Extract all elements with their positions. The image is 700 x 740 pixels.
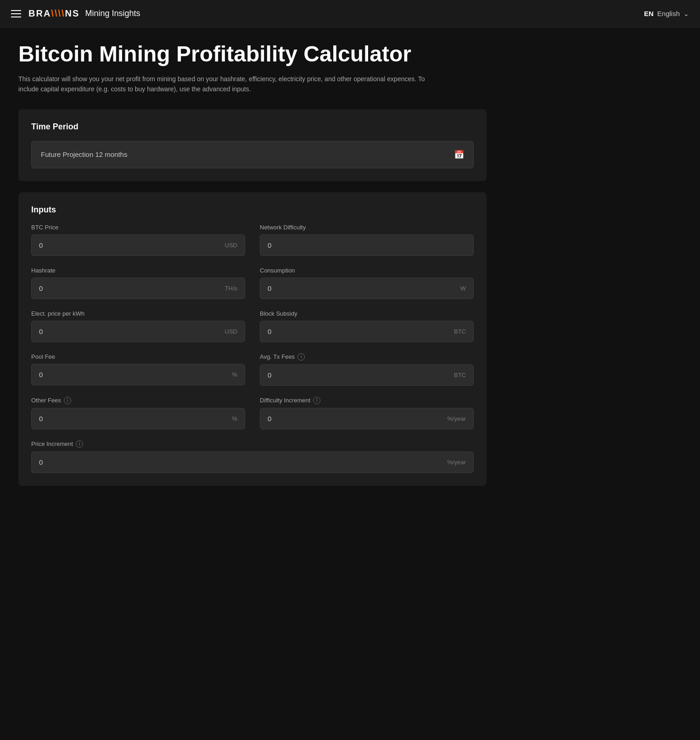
- btc-price-unit: USD: [225, 242, 237, 249]
- input-wrapper-block-subsidy: BTC: [260, 321, 474, 342]
- input-wrapper-elect-price: USD: [31, 321, 245, 342]
- label-elect-price: Elect. price per kWh: [31, 310, 245, 317]
- input-group-avg-tx-fees: Avg. Tx Fees i BTC: [260, 353, 474, 386]
- input-group-other-fees: Other Fees i %: [31, 397, 245, 429]
- input-group-network-difficulty: Network Difficulty: [260, 224, 474, 256]
- avg-tx-fees-unit: BTC: [454, 372, 466, 378]
- language-code: EN: [644, 10, 654, 17]
- input-group-elect-price: Elect. price per kWh USD: [31, 310, 245, 342]
- avg-tx-fees-info-icon[interactable]: i: [297, 353, 305, 361]
- inputs-title: Inputs: [31, 205, 474, 215]
- hamburger-menu-button[interactable]: [11, 10, 21, 17]
- input-wrapper-hashrate: TH/s: [31, 278, 245, 299]
- btc-price-input[interactable]: [39, 241, 221, 249]
- page-description: This calculator will show you your net p…: [18, 74, 431, 95]
- input-group-hashrate: Hashrate TH/s: [31, 267, 245, 299]
- input-wrapper-pool-fee: %: [31, 364, 245, 385]
- input-wrapper-price-increment: %/year: [31, 451, 474, 473]
- network-difficulty-input[interactable]: [268, 241, 462, 249]
- label-btc-price: BTC Price: [31, 224, 245, 231]
- label-difficulty-increment: Difficulty Increment i: [260, 397, 474, 404]
- input-wrapper-consumption: W: [260, 278, 474, 299]
- difficulty-increment-input[interactable]: [268, 415, 444, 423]
- input-wrapper-difficulty-increment: %/year: [260, 408, 474, 429]
- inputs-grid: BTC Price USD Network Difficulty: [31, 224, 474, 473]
- block-subsidy-input[interactable]: [268, 328, 450, 335]
- label-pool-fee: Pool Fee: [31, 353, 245, 360]
- logo: BRA\\\\NS Mining Insights: [28, 8, 140, 19]
- label-price-increment: Price Increment i: [31, 440, 474, 448]
- logo-brand: BRA\\\\NS: [28, 8, 79, 19]
- hashrate-unit: TH/s: [225, 285, 237, 292]
- elect-price-input[interactable]: [39, 328, 221, 335]
- avg-tx-fees-input[interactable]: [268, 371, 450, 379]
- price-increment-unit: %/year: [448, 459, 466, 466]
- calendar-icon: 📅: [454, 150, 464, 160]
- time-period-selector[interactable]: Future Projection 12 months 📅: [31, 141, 474, 168]
- block-subsidy-unit: BTC: [454, 328, 466, 335]
- pool-fee-unit: %: [232, 371, 237, 378]
- chevron-down-icon: ⌄: [683, 10, 689, 17]
- input-group-pool-fee: Pool Fee %: [31, 353, 245, 386]
- difficulty-increment-info-icon[interactable]: i: [313, 397, 320, 404]
- input-wrapper-network-difficulty: [260, 234, 474, 256]
- language-selector[interactable]: EN English ⌄: [644, 10, 689, 17]
- header: BRA\\\\NS Mining Insights EN English ⌄: [0, 0, 700, 28]
- input-group-block-subsidy: Block Subsidy BTC: [260, 310, 474, 342]
- page-title: Bitcoin Mining Profitability Calculator: [18, 42, 487, 67]
- label-hashrate: Hashrate: [31, 267, 245, 274]
- input-group-consumption: Consumption W: [260, 267, 474, 299]
- input-wrapper-btc-price: USD: [31, 234, 245, 256]
- input-wrapper-other-fees: %: [31, 408, 245, 429]
- price-increment-input[interactable]: [39, 458, 444, 466]
- input-wrapper-avg-tx-fees: BTC: [260, 364, 474, 386]
- time-period-title: Time Period: [31, 122, 474, 132]
- language-label: English: [657, 10, 680, 17]
- other-fees-input[interactable]: [39, 415, 228, 423]
- label-block-subsidy: Block Subsidy: [260, 310, 474, 317]
- consumption-input[interactable]: [268, 284, 457, 292]
- header-left: BRA\\\\NS Mining Insights: [11, 8, 140, 19]
- pool-fee-input[interactable]: [39, 371, 228, 378]
- label-network-difficulty: Network Difficulty: [260, 224, 474, 231]
- time-period-card: Time Period Future Projection 12 months …: [18, 109, 487, 181]
- input-group-difficulty-increment: Difficulty Increment i %/year: [260, 397, 474, 429]
- logo-subtitle: Mining Insights: [85, 9, 140, 18]
- other-fees-info-icon[interactable]: i: [64, 397, 71, 404]
- label-avg-tx-fees: Avg. Tx Fees i: [260, 353, 474, 361]
- inputs-card: Inputs BTC Price USD Network Difficulty: [18, 192, 487, 486]
- input-group-price-increment: Price Increment i %/year: [31, 440, 474, 473]
- elect-price-unit: USD: [225, 328, 237, 335]
- label-other-fees: Other Fees i: [31, 397, 245, 404]
- price-increment-info-icon[interactable]: i: [76, 440, 83, 448]
- other-fees-unit: %: [232, 415, 237, 422]
- input-group-btc-price: BTC Price USD: [31, 224, 245, 256]
- label-consumption: Consumption: [260, 267, 474, 274]
- time-period-value: Future Projection 12 months: [41, 150, 127, 158]
- consumption-unit: W: [460, 285, 466, 292]
- difficulty-increment-unit: %/year: [448, 415, 466, 422]
- main-content: Bitcoin Mining Profitability Calculator …: [0, 28, 505, 501]
- hashrate-input[interactable]: [39, 284, 221, 292]
